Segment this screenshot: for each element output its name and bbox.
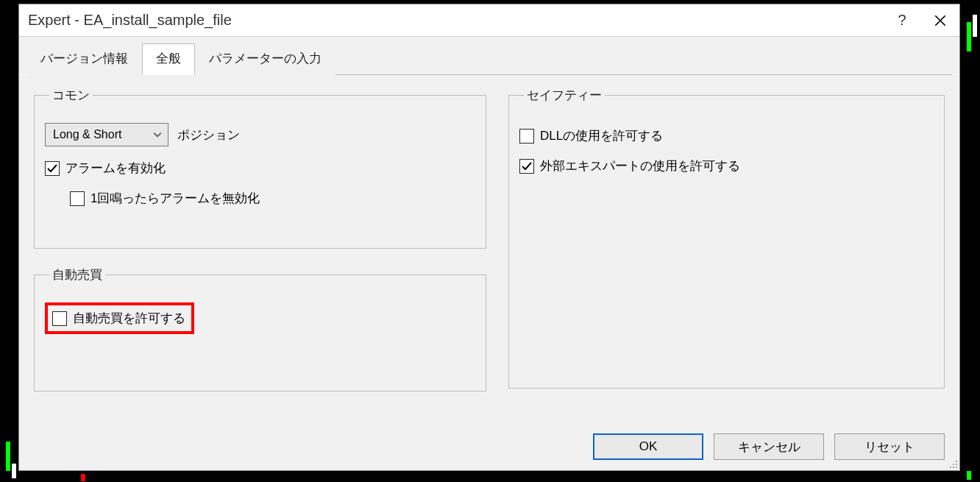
svg-point-1 bbox=[953, 464, 954, 465]
tab-general[interactable]: 全般 bbox=[142, 43, 195, 75]
tab-parameters[interactable]: パラメーターの入力 bbox=[195, 43, 335, 75]
close-button[interactable] bbox=[921, 4, 959, 37]
allow-auto-trading-label: 自動売買を許可する bbox=[73, 310, 185, 327]
allow-auto-trading-checkbox[interactable] bbox=[52, 311, 67, 326]
svg-point-4 bbox=[953, 467, 954, 468]
svg-point-3 bbox=[950, 467, 951, 468]
tab-version-info[interactable]: バージョン情報 bbox=[26, 43, 142, 75]
svg-point-0 bbox=[956, 461, 957, 462]
allow-ext-expert-checkbox[interactable] bbox=[519, 159, 534, 174]
allow-dll-checkbox[interactable] bbox=[519, 129, 534, 143]
common-group: コモン Long & Short ポジション アラームを有効化 bbox=[34, 87, 486, 249]
ok-button[interactable]: OK bbox=[593, 433, 703, 460]
position-select-value: Long & Short bbox=[53, 128, 121, 141]
help-button[interactable]: ? bbox=[883, 4, 921, 37]
alarm-once-disable-label: 1回鳴ったらアラームを無効化 bbox=[90, 190, 260, 207]
svg-point-2 bbox=[956, 464, 957, 465]
alarm-once-disable-checkbox[interactable] bbox=[70, 191, 85, 206]
cancel-button[interactable]: キャンセル bbox=[714, 433, 824, 460]
common-legend: コモン bbox=[49, 87, 93, 104]
expert-dialog: Expert - EA_install_sample_file ? バージョン情… bbox=[18, 4, 960, 471]
allow-ext-expert-label: 外部エキスパートの使用を許可する bbox=[540, 157, 740, 174]
titlebar: Expert - EA_install_sample_file ? bbox=[19, 4, 959, 37]
safety-group: セイフティー DLLの使用を許可する 外部エキスパートの使用を許可する bbox=[508, 87, 945, 389]
alarm-enable-label: アラームを有効化 bbox=[65, 160, 166, 177]
highlight-box: 自動売買を許可する bbox=[45, 302, 194, 334]
chevron-down-icon bbox=[153, 130, 162, 140]
dialog-footer: OK キャンセル リセット bbox=[19, 430, 959, 470]
svg-point-5 bbox=[956, 467, 957, 468]
auto-trading-legend: 自動売買 bbox=[49, 266, 105, 283]
alarm-enable-checkbox[interactable] bbox=[45, 161, 60, 176]
dialog-body: コモン Long & Short ポジション アラームを有効化 bbox=[19, 75, 959, 430]
auto-trading-group: 自動売買 自動売買を許可する bbox=[34, 266, 486, 391]
position-label: ポジション bbox=[177, 127, 240, 143]
safety-legend: セイフティー bbox=[524, 87, 605, 104]
allow-dll-label: DLLの使用を許可する bbox=[540, 127, 663, 144]
tabstrip: バージョン情報 全般 パラメーターの入力 bbox=[19, 37, 959, 74]
window-title: Expert - EA_install_sample_file bbox=[28, 12, 232, 29]
resize-grip[interactable] bbox=[948, 458, 958, 469]
position-select[interactable]: Long & Short bbox=[45, 123, 168, 146]
reset-button[interactable]: リセット bbox=[834, 433, 945, 460]
